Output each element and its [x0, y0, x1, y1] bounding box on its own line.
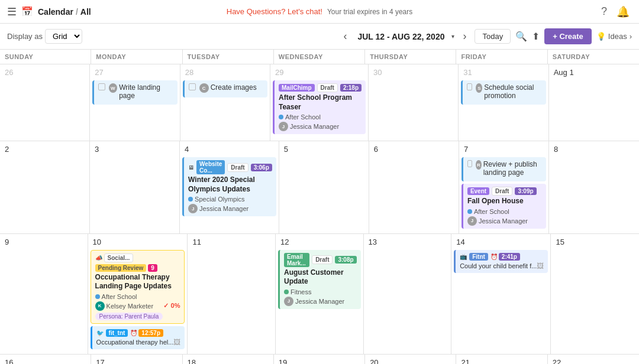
create-button-label: + Create — [553, 32, 583, 41]
task-checkbox[interactable] — [98, 83, 105, 90]
day-num: 20 — [367, 357, 380, 364]
person-name: Jessica Manager — [199, 205, 248, 212]
next-nav-button[interactable]: › — [459, 28, 470, 45]
day-27: 27 W Write landing page — [90, 64, 180, 141]
clock-icon: ⏰ — [130, 330, 137, 336]
day-3: 3 — [90, 141, 180, 234]
card-title: After School Program Teaser — [279, 93, 362, 112]
task-write-landing[interactable]: W Write landing page — [92, 80, 177, 105]
tag-dot — [95, 294, 100, 299]
day-30: 30 — [369, 64, 459, 141]
time-container: ⏰ 2:41p — [490, 253, 520, 261]
avatar: R — [476, 160, 482, 170]
day-12: 12 Email Mark... Draft 3:08p August Cust… — [276, 234, 364, 355]
hamburger-icon[interactable]: ☰ — [7, 5, 17, 18]
person-avatar: J — [467, 216, 477, 226]
share-button[interactable]: ⬆ — [532, 31, 540, 42]
calendar-day-headers: SUNDAY MONDAY TUESDAY WEDNESDAY THURSDAY… — [0, 50, 639, 64]
search-button[interactable]: 🔍 — [515, 31, 527, 42]
day-num: 9 — [2, 236, 11, 248]
day-29: 29 MailChimp Draft 2:18p After School Pr… — [270, 64, 369, 141]
breadcrumb-page[interactable]: All — [80, 7, 91, 17]
day-num: 4 — [182, 144, 191, 155]
card-email-august[interactable]: Email Mark... Draft 3:08p August Custome… — [278, 250, 361, 309]
task-checkbox[interactable] — [467, 83, 472, 90]
day-num: 7 — [462, 144, 470, 155]
card-fit-tnt[interactable]: 🐦 fit_tnt ⏰ 12:57p Occupational therapy … — [91, 326, 185, 349]
card-title: Winter 2020 Special Olympics Updates — [188, 176, 272, 194]
day-13: 13 — [364, 234, 452, 355]
person-name: Jessica Manager — [295, 298, 344, 305]
day-num: 21 — [459, 357, 472, 364]
day-31: 31 S Schedule social promotion — [459, 64, 548, 141]
day-num: 11 — [190, 236, 203, 248]
breadcrumb-separator: / — [76, 7, 78, 17]
percent-text: ✓ 0% — [163, 302, 180, 310]
day-11: 11 — [188, 234, 276, 355]
day-20: 20 — [365, 355, 456, 364]
date-range-label[interactable]: JUL 12 - AUG 22, 2020 — [355, 32, 447, 41]
status-badge: Draft — [317, 83, 338, 92]
toolbar: Display as Grid List ‹ JUL 12 - AUG 22, … — [0, 24, 639, 50]
person-name: Kelsey Marketer — [106, 303, 153, 310]
card-title: Fall Open House — [467, 197, 542, 206]
card-event-fall-open-house[interactable]: Event Draft 3:09p Fall Open House After … — [462, 184, 546, 229]
tag-text: Special Olympics — [195, 196, 244, 203]
time-badge: 2:41p — [499, 253, 520, 261]
time-badge: 3:06p — [251, 164, 272, 171]
fitnt2-icon: 📺 — [460, 254, 467, 260]
day-num: 8 — [551, 144, 560, 155]
day-num: 22 — [550, 357, 563, 364]
task-review-publish[interactable]: R Review + publish landing page — [462, 157, 546, 181]
ideas-button[interactable]: 💡 Ideas › — [596, 32, 632, 41]
day-num: 17 — [93, 357, 106, 364]
breadcrumb-app[interactable]: Calendar — [38, 7, 73, 17]
avatar: S — [476, 83, 482, 93]
create-button[interactable]: + Create — [544, 28, 592, 44]
task-checkbox[interactable] — [467, 160, 472, 167]
tag-text: After School — [285, 113, 321, 121]
alert-text[interactable]: Have Questions? Let's chat! — [227, 7, 322, 16]
time-badge: 12:57p — [138, 329, 163, 337]
task-schedule-social[interactable]: S Schedule social promotion — [461, 80, 546, 105]
day-num: 6 — [372, 144, 380, 155]
status-badge: Pending Review — [95, 264, 147, 272]
time-container: ⏰ 12:57p — [130, 329, 163, 337]
platform-badge: Fitnt — [469, 253, 488, 261]
prev-nav-button[interactable]: ‹ — [340, 28, 350, 45]
card-mailchimp-after-school[interactable]: MailChimp Draft 2:18p After School Progr… — [273, 80, 366, 134]
task-checkbox[interactable] — [189, 83, 196, 90]
day-26: 26 — [0, 64, 90, 141]
person-avatar: K — [95, 301, 105, 311]
calendar-icon: 📅 — [21, 6, 33, 17]
day-num: 28 — [183, 67, 196, 78]
person-avatar: J — [284, 297, 293, 306]
task-create-images[interactable]: C Create images — [183, 80, 267, 98]
card-website-olympics[interactable]: 🖥 Website Co... Draft 3:06p Winter 2020 … — [182, 157, 276, 216]
day-num: 14 — [454, 236, 467, 248]
header-thursday: THURSDAY — [365, 50, 456, 64]
status-badge: Draft — [227, 163, 248, 172]
day-num: 30 — [371, 67, 384, 78]
card-fitnt2[interactable]: 📺 Fitnt ⏰ 2:41p Could your child benefit… — [454, 250, 548, 273]
date-range-chevron-icon: ▾ — [451, 33, 454, 40]
today-button[interactable]: Today — [475, 29, 511, 44]
avatar: W — [109, 83, 118, 93]
help-button[interactable]: ? — [599, 3, 609, 20]
person-name: Jessica Manager — [290, 123, 339, 130]
task-text: Write landing page — [119, 83, 173, 100]
day-num: 18 — [185, 357, 198, 364]
card-snippet: Could your child benefit f... — [460, 262, 537, 269]
display-as-dropdown[interactable]: Grid List — [45, 29, 82, 44]
day-num: 13 — [366, 236, 379, 248]
platform-badge: Email Mark... — [284, 253, 309, 267]
day-num: Aug 1 — [551, 67, 576, 78]
day-16: 16 — [0, 355, 91, 364]
header-tuesday: TUESDAY — [183, 50, 274, 64]
platform-badge: Social... — [104, 254, 134, 262]
card-social-occupational[interactable]: 📣 Social... Pending Review 9 Occupationa… — [91, 250, 185, 324]
platform-badge: MailChimp — [279, 84, 315, 92]
status-badge: Draft — [312, 255, 333, 264]
notifications-button[interactable]: 🔔 — [614, 3, 632, 21]
day-num: 3 — [92, 144, 101, 155]
